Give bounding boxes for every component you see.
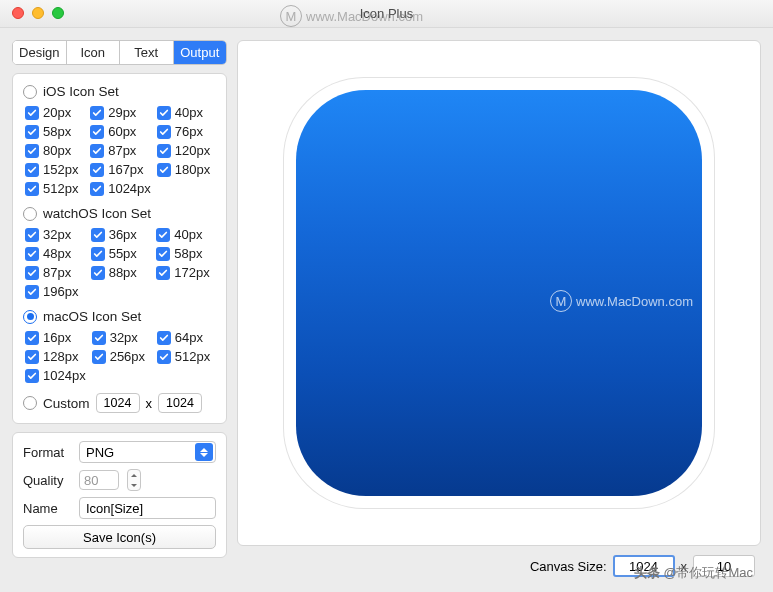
size-label: 128px bbox=[43, 349, 78, 364]
icon-fill bbox=[296, 90, 702, 496]
checkbox-icon bbox=[25, 331, 39, 345]
size-mac-64px[interactable]: 64px bbox=[157, 330, 216, 345]
size-ios-180px[interactable]: 180px bbox=[157, 162, 216, 177]
size-label: 1024px bbox=[108, 181, 151, 196]
custom-height-input[interactable] bbox=[158, 393, 202, 413]
checkbox-icon bbox=[25, 144, 39, 158]
size-ios-60px[interactable]: 60px bbox=[90, 124, 151, 139]
save-button[interactable]: Save Icon(s) bbox=[23, 525, 216, 549]
tab-text[interactable]: Text bbox=[120, 41, 174, 64]
tab-output[interactable]: Output bbox=[174, 41, 227, 64]
export-panel: Format PNG Quality 80 Name Icon[Size] Sa… bbox=[12, 432, 227, 558]
checkbox-icon bbox=[157, 125, 171, 139]
custom-width-input[interactable] bbox=[96, 393, 140, 413]
size-ios-167px[interactable]: 167px bbox=[90, 162, 151, 177]
size-label: 87px bbox=[108, 143, 136, 158]
checkbox-icon bbox=[90, 125, 104, 139]
size-mac-128px[interactable]: 128px bbox=[25, 349, 86, 364]
size-watch-172px[interactable]: 172px bbox=[156, 265, 216, 280]
size-label: 40px bbox=[175, 105, 203, 120]
size-watch-87px[interactable]: 87px bbox=[25, 265, 85, 280]
size-label: 48px bbox=[43, 246, 71, 261]
size-watch-36px[interactable]: 36px bbox=[91, 227, 151, 242]
size-watch-196px[interactable]: 196px bbox=[25, 284, 85, 299]
checkbox-icon bbox=[157, 331, 171, 345]
size-ios-29px[interactable]: 29px bbox=[90, 105, 151, 120]
watchos-sizes: 32px36px40px48px55px58px87px88px172px196… bbox=[25, 227, 216, 299]
size-label: 32px bbox=[43, 227, 71, 242]
checkbox-icon bbox=[91, 266, 105, 280]
window-title: Icon Plus bbox=[360, 6, 413, 21]
minimize-window-button[interactable] bbox=[32, 7, 44, 19]
name-label: Name bbox=[23, 501, 71, 516]
checkbox-icon bbox=[25, 247, 39, 261]
checkbox-icon bbox=[157, 163, 171, 177]
custom-x: x bbox=[146, 396, 153, 411]
macos-sizes: 16px32px64px128px256px512px1024px bbox=[25, 330, 216, 383]
size-mac-32px[interactable]: 32px bbox=[92, 330, 151, 345]
quality-input[interactable]: 80 bbox=[79, 470, 119, 490]
checkbox-icon bbox=[92, 331, 106, 345]
checkbox-icon bbox=[157, 144, 171, 158]
tab-design[interactable]: Design bbox=[13, 41, 67, 64]
size-ios-120px[interactable]: 120px bbox=[157, 143, 216, 158]
size-ios-512px[interactable]: 512px bbox=[25, 181, 84, 196]
radio-macos[interactable] bbox=[23, 310, 37, 324]
radio-custom[interactable] bbox=[23, 396, 37, 410]
size-mac-512px[interactable]: 512px bbox=[157, 349, 216, 364]
size-label: 87px bbox=[43, 265, 71, 280]
checkbox-icon bbox=[25, 182, 39, 196]
size-mac-1024px[interactable]: 1024px bbox=[25, 368, 86, 383]
checkbox-icon bbox=[90, 106, 104, 120]
size-watch-58px[interactable]: 58px bbox=[156, 246, 216, 261]
quality-stepper[interactable] bbox=[127, 469, 141, 491]
checkbox-icon bbox=[25, 369, 39, 383]
canvas-label: Canvas Size: bbox=[530, 559, 607, 574]
size-watch-55px[interactable]: 55px bbox=[91, 246, 151, 261]
radio-watchos[interactable] bbox=[23, 207, 37, 221]
size-ios-76px[interactable]: 76px bbox=[157, 124, 216, 139]
size-mac-16px[interactable]: 16px bbox=[25, 330, 86, 345]
size-ios-152px[interactable]: 152px bbox=[25, 162, 84, 177]
size-watch-40px[interactable]: 40px bbox=[156, 227, 216, 242]
size-mac-256px[interactable]: 256px bbox=[92, 349, 151, 364]
icon-preview bbox=[284, 78, 714, 508]
zoom-window-button[interactable] bbox=[52, 7, 64, 19]
size-ios-1024px[interactable]: 1024px bbox=[90, 181, 151, 196]
tab-icon[interactable]: Icon bbox=[67, 41, 121, 64]
checkbox-icon bbox=[90, 182, 104, 196]
size-ios-40px[interactable]: 40px bbox=[157, 105, 216, 120]
checkbox-icon bbox=[90, 163, 104, 177]
quality-label: Quality bbox=[23, 473, 71, 488]
size-label: 180px bbox=[175, 162, 210, 177]
size-label: 36px bbox=[109, 227, 137, 242]
close-window-button[interactable] bbox=[12, 7, 24, 19]
checkbox-icon bbox=[91, 247, 105, 261]
size-label: 29px bbox=[108, 105, 136, 120]
size-label: 60px bbox=[108, 124, 136, 139]
radio-ios[interactable] bbox=[23, 85, 37, 99]
size-label: 80px bbox=[43, 143, 71, 158]
size-ios-20px[interactable]: 20px bbox=[25, 105, 84, 120]
checkbox-icon bbox=[25, 285, 39, 299]
checkbox-icon bbox=[92, 350, 106, 364]
size-label: 32px bbox=[110, 330, 138, 345]
size-watch-48px[interactable]: 48px bbox=[25, 246, 85, 261]
credit-text: 头条 @带你玩转Mac bbox=[634, 564, 753, 582]
size-label: 1024px bbox=[43, 368, 86, 383]
size-ios-58px[interactable]: 58px bbox=[25, 124, 84, 139]
size-watch-88px[interactable]: 88px bbox=[91, 265, 151, 280]
label-custom: Custom bbox=[43, 396, 90, 411]
checkbox-icon bbox=[156, 247, 170, 261]
preview-frame bbox=[237, 40, 761, 546]
checkbox-icon bbox=[91, 228, 105, 242]
size-label: 64px bbox=[175, 330, 203, 345]
checkbox-icon bbox=[25, 350, 39, 364]
name-input[interactable]: Icon[Size] bbox=[79, 497, 216, 519]
size-label: 40px bbox=[174, 227, 202, 242]
label-ios: iOS Icon Set bbox=[43, 84, 119, 99]
size-watch-32px[interactable]: 32px bbox=[25, 227, 85, 242]
format-select[interactable]: PNG bbox=[79, 441, 216, 463]
size-ios-80px[interactable]: 80px bbox=[25, 143, 84, 158]
size-ios-87px[interactable]: 87px bbox=[90, 143, 151, 158]
